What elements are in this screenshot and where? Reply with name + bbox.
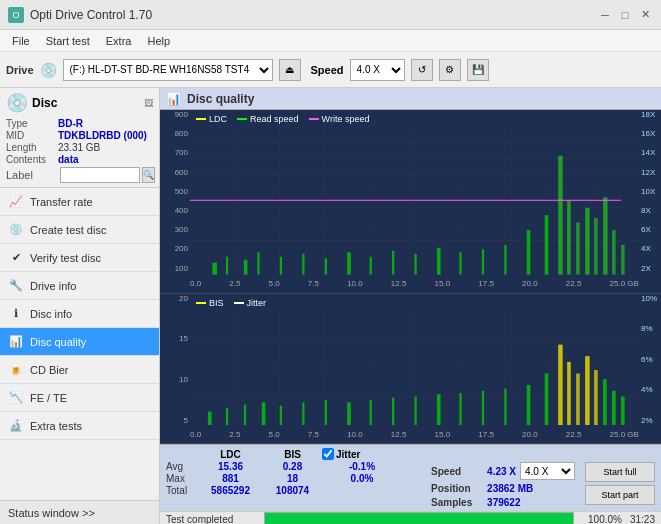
avg-label: Avg: [166, 461, 196, 472]
chart-container: LDC Read speed Write speed 900 800 70: [160, 110, 661, 444]
stats-bar: LDC BIS Jitter Avg 15.36 0.28 -0.1%: [160, 444, 661, 524]
svg-rect-55: [208, 411, 212, 425]
svg-rect-26: [392, 251, 394, 275]
stats-bis-header: BIS: [265, 449, 320, 460]
sidebar-item-drive-info[interactable]: 🔧 Drive info: [0, 272, 159, 300]
disc-label-button[interactable]: 🔍: [142, 167, 155, 183]
svg-rect-39: [603, 197, 607, 274]
sidebar: 💿 Disc 🖼 Type BD-R MID TDKBLDRBD (000) L…: [0, 88, 160, 524]
right-controls: Speed 4.23 X 4.0 X Position 23862 MB Sam…: [431, 448, 655, 508]
sidebar-item-extra-tests[interactable]: 🔬 Extra tests: [0, 412, 159, 440]
disc-panel: 💿 Disc 🖼 Type BD-R MID TDKBLDRBD (000) L…: [0, 88, 159, 188]
maximize-button[interactable]: □: [617, 7, 633, 23]
speed-bottom-select[interactable]: 4.0 X: [520, 462, 575, 480]
ldc-max: 881: [198, 473, 263, 484]
content-area: 📊 Disc quality LDC Read speed: [160, 88, 661, 524]
disc-small-icon: 🖼: [144, 98, 153, 108]
refresh-button[interactable]: ↺: [411, 59, 433, 81]
disc-label-input[interactable]: [60, 167, 140, 183]
save-button[interactable]: 💾: [467, 59, 489, 81]
jitter-label: Jitter: [336, 449, 360, 460]
disc-quality-header: 📊 Disc quality: [160, 88, 661, 110]
minimize-button[interactable]: ─: [597, 7, 613, 23]
start-part-button[interactable]: Start part: [585, 485, 655, 505]
verify-test-disc-icon: ✔: [8, 250, 24, 266]
legend-read-speed-label: Read speed: [250, 114, 299, 124]
status-window-button[interactable]: Status window >>: [0, 500, 159, 524]
start-buttons: Start full Start part: [585, 448, 655, 505]
svg-rect-72: [558, 344, 562, 425]
drive-select[interactable]: (F:) HL-DT-ST BD-RE WH16NS58 TST4: [63, 59, 273, 81]
svg-rect-27: [415, 254, 417, 275]
app-icon: O: [8, 7, 24, 23]
svg-rect-24: [347, 252, 351, 274]
disc-length-label: Length: [6, 142, 58, 153]
progress-time: 31:23: [630, 514, 655, 525]
samples-value: 379622: [487, 497, 520, 508]
menu-extra[interactable]: Extra: [98, 33, 140, 49]
svg-rect-69: [504, 388, 506, 425]
disc-mid-value: TDKBLDRBD (000): [58, 130, 147, 141]
sidebar-item-create-test-disc[interactable]: 💿 Create test disc: [0, 216, 159, 244]
svg-rect-78: [612, 390, 616, 425]
svg-rect-19: [244, 260, 248, 275]
disc-quality-icon: 📊: [8, 334, 24, 350]
app-title: Opti Drive Control 1.70: [30, 8, 152, 22]
svg-rect-32: [527, 230, 531, 275]
eject-button[interactable]: ⏏: [279, 59, 301, 81]
svg-rect-41: [621, 245, 625, 275]
svg-rect-57: [244, 404, 246, 425]
sidebar-item-disc-info[interactable]: ℹ Disc info: [0, 300, 159, 328]
svg-rect-61: [325, 400, 327, 425]
menu-file[interactable]: File: [4, 33, 38, 49]
start-full-button[interactable]: Start full: [585, 462, 655, 482]
right-stats: Speed 4.23 X 4.0 X Position 23862 MB Sam…: [431, 448, 575, 508]
svg-rect-79: [621, 396, 625, 425]
chart1-x-axis: 0.0 2.5 5.0 7.5 10.0 12.5 15.0 17.5 20.0…: [190, 275, 639, 293]
svg-rect-73: [567, 362, 571, 425]
chart1-svg-area: [190, 126, 639, 275]
sidebar-item-verify-test-disc[interactable]: ✔ Verify test disc: [0, 244, 159, 272]
progress-status: Test completed: [166, 514, 256, 525]
sidebar-item-disc-quality[interactable]: 📊 Disc quality: [0, 328, 159, 356]
settings-button[interactable]: ⚙: [439, 59, 461, 81]
drive-label: Drive: [6, 64, 34, 76]
sidebar-item-cd-bier[interactable]: 🍺 CD Bier: [0, 356, 159, 384]
sidebar-item-transfer-rate[interactable]: 📈 Transfer rate: [0, 188, 159, 216]
svg-rect-36: [576, 223, 580, 275]
speed-row-value: 4.23 X: [487, 466, 516, 477]
read-speed-dot: [237, 118, 247, 120]
main-area: 💿 Disc 🖼 Type BD-R MID TDKBLDRBD (000) L…: [0, 88, 661, 524]
chart2-svg-area: [190, 310, 639, 425]
chart2-y-axis-left: 20 15 10 5: [160, 294, 190, 425]
svg-rect-34: [558, 156, 562, 275]
stats-ldc-header: LDC: [198, 449, 263, 460]
sidebar-item-fe-te[interactable]: 📉 FE / TE: [0, 384, 159, 412]
disc-icon: 💿: [6, 92, 28, 114]
cd-bier-label: CD Bier: [30, 364, 69, 376]
total-label: Total: [166, 485, 196, 496]
jitter-checkbox[interactable]: [322, 448, 334, 460]
svg-rect-28: [437, 248, 441, 275]
chart1: LDC Read speed Write speed 900 800 70: [160, 110, 661, 294]
disc-title: Disc: [32, 96, 57, 110]
transfer-rate-label: Transfer rate: [30, 196, 93, 208]
drive-info-label: Drive info: [30, 280, 76, 292]
fe-te-icon: 📉: [8, 390, 24, 406]
ldc-avg: 15.36: [198, 461, 263, 472]
close-button[interactable]: ✕: [637, 7, 653, 23]
title-bar: O Opti Drive Control 1.70 ─ □ ✕: [0, 0, 661, 30]
svg-rect-17: [212, 263, 216, 275]
legend-ldc-label: LDC: [209, 114, 227, 124]
svg-rect-56: [226, 408, 228, 425]
menu-help[interactable]: Help: [139, 33, 178, 49]
bis-total: 108074: [265, 485, 320, 496]
menu-start-test[interactable]: Start test: [38, 33, 98, 49]
speed-select[interactable]: 4.0 X Max 2.0 X: [350, 59, 405, 81]
write-speed-dot: [309, 118, 319, 120]
svg-rect-77: [603, 379, 607, 425]
legend-ldc: LDC: [196, 114, 227, 124]
position-row: Position 23862 MB: [431, 483, 575, 494]
chart2-y-axis-right: 10% 8% 6% 4% 2%: [639, 294, 661, 425]
extra-tests-icon: 🔬: [8, 418, 24, 434]
